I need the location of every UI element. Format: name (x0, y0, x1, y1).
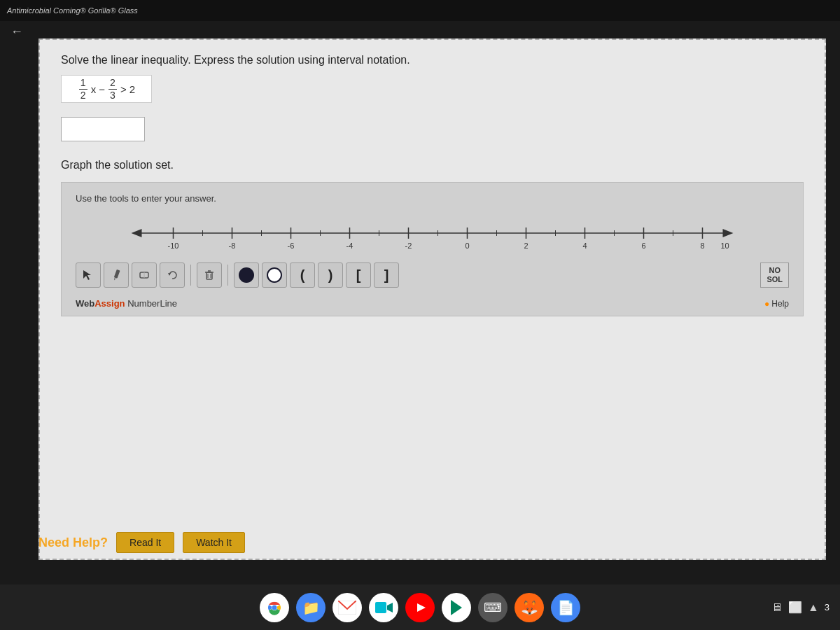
help-text: Help (771, 299, 789, 309)
svg-rect-49 (375, 602, 386, 613)
right-paren-button[interactable]: ) (318, 262, 343, 288)
help-link[interactable]: ● Help (764, 299, 789, 309)
taskbar-meet-icon[interactable] (369, 593, 398, 622)
brand-text: Antimicrobial Corning® Gorilla® Glass (7, 6, 138, 15)
closed-point-button[interactable] (234, 262, 259, 288)
select-tool-button[interactable] (76, 262, 101, 288)
wifi-icon: ▲ (808, 601, 819, 614)
fraction-twothirds: 2 3 (108, 77, 117, 102)
taskbar-play-icon[interactable] (442, 593, 471, 622)
graph-label: Graph the solution set. (61, 159, 804, 172)
equation-display: 1 2 x − 2 3 > 2 (61, 75, 152, 103)
taskbar-firefox-icon[interactable]: 🦊 (514, 593, 544, 622)
numberline-wrapper[interactable]: -10 -8 -6 -4 -2 (76, 212, 789, 254)
help-icon: ● (764, 299, 769, 309)
trash-tool-button[interactable] (197, 262, 222, 288)
svg-marker-50 (387, 603, 393, 612)
taskbar: 📁 ⌨ 🦊 📄 🖥 (0, 584, 840, 630)
equation-x: x − (91, 83, 105, 95)
svg-text:-6: -6 (288, 241, 295, 250)
taskbar-files-icon[interactable]: 📁 (296, 593, 326, 622)
undo-tool-button[interactable] (160, 262, 185, 288)
taskbar-youtube-icon[interactable] (405, 593, 435, 622)
svg-marker-35 (113, 279, 115, 281)
open-point-icon (267, 267, 282, 283)
svg-text:-8: -8 (229, 241, 236, 250)
problem-title: Solve the linear inequality. Express the… (61, 54, 804, 66)
eraser-tool-button[interactable] (132, 262, 157, 288)
svg-marker-33 (83, 270, 91, 280)
svg-point-47 (272, 605, 277, 610)
svg-text:10: 10 (720, 241, 729, 250)
svg-text:4: 4 (582, 241, 587, 250)
no-sol-container: NOSOL (760, 262, 789, 288)
numberline-label-text: NumberLine (127, 298, 177, 309)
assign-text: Assign (94, 298, 125, 309)
back-arrow-button[interactable]: ← (10, 24, 23, 39)
tool-instruction: Use the tools to enter your answer. (76, 193, 789, 204)
left-paren-button[interactable]: ( (290, 262, 315, 288)
taskbar-gmail-icon[interactable] (332, 593, 362, 622)
toolbar: ( ) [ ] NOSOL (76, 262, 789, 288)
toolbar-separator-2 (227, 265, 228, 286)
svg-text:6: 6 (641, 241, 645, 250)
no-solution-button[interactable]: NOSOL (760, 262, 789, 288)
top-bar: Antimicrobial Corning® Gorilla® Glass (0, 0, 840, 21)
main-content: Solve the linear inequality. Express the… (38, 38, 826, 560)
system-tray: 🖥 ⬜ ▲ 3 (771, 601, 830, 614)
svg-text:-4: -4 (346, 241, 354, 250)
open-point-button[interactable] (262, 262, 287, 288)
svg-marker-38 (168, 273, 171, 276)
svg-text:8: 8 (700, 241, 704, 250)
need-help-label: Need Help? (38, 536, 108, 550)
screen-icon[interactable]: 🖥 (771, 601, 783, 614)
svg-text:0: 0 (465, 241, 469, 250)
svg-rect-39 (206, 272, 212, 279)
fraction-half: 1 2 (79, 77, 88, 102)
svg-marker-1 (132, 229, 142, 237)
svg-text:2: 2 (524, 241, 528, 250)
right-bracket-button[interactable]: ] (374, 262, 399, 288)
svg-text:-2: -2 (405, 241, 412, 250)
webassign-logo: WebAssign NumberLine (76, 298, 177, 309)
web-text: Web (76, 298, 94, 309)
svg-rect-34 (114, 270, 120, 279)
window-icon[interactable]: ⬜ (788, 601, 802, 614)
taskbar-chrome-icon[interactable] (260, 593, 289, 622)
numberline-container: Use the tools to enter your answer. -10 … (61, 182, 804, 316)
numberline-svg[interactable]: -10 -8 -6 -4 -2 (76, 212, 789, 254)
svg-marker-2 (723, 229, 734, 237)
closed-point-icon (239, 267, 254, 283)
read-it-button[interactable]: Read It (116, 532, 174, 553)
toolbar-separator-1 (190, 265, 191, 286)
equation-gt: > 2 (120, 83, 135, 95)
clock-display: 3 (825, 602, 830, 612)
need-help-section: Need Help? Read It Watch It (38, 532, 245, 553)
left-bracket-button[interactable]: [ (346, 262, 371, 288)
svg-marker-53 (451, 600, 462, 615)
webassign-footer: WebAssign NumberLine ● Help (76, 295, 789, 309)
taskbar-settings-icon[interactable]: ⌨ (478, 593, 507, 622)
answer-input-box[interactable] (61, 117, 145, 141)
watch-it-button[interactable]: Watch It (183, 532, 245, 553)
taskbar-docs-icon[interactable]: 📄 (551, 593, 580, 622)
pencil-tool-button[interactable] (104, 262, 129, 288)
svg-text:-10: -10 (168, 241, 179, 250)
